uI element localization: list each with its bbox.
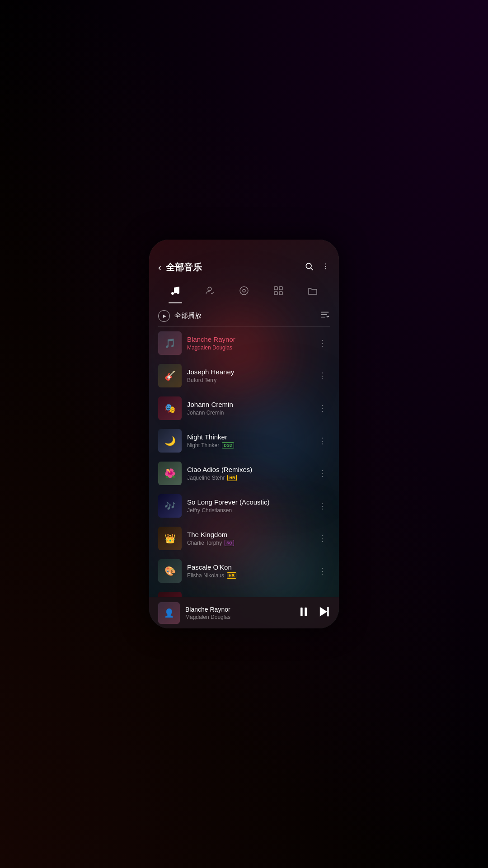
song-subtitle: Jaqueline Stehr HR bbox=[187, 475, 309, 481]
play-all-button[interactable] bbox=[158, 310, 170, 322]
svg-marker-19 bbox=[320, 607, 327, 616]
tab-bar bbox=[149, 280, 339, 302]
album-art: 👑 bbox=[158, 527, 182, 550]
song-artist: Charlie Torphy bbox=[187, 540, 222, 546]
song-title: Blanche Raynor bbox=[187, 335, 309, 343]
pause-button[interactable] bbox=[297, 605, 310, 621]
song-artist: Elisha Nikolaus bbox=[187, 572, 224, 579]
song-info: The Kingdom Charlie Torphy SQ bbox=[187, 531, 309, 546]
svg-point-3 bbox=[325, 266, 326, 267]
mini-player-controls bbox=[297, 605, 330, 621]
song-item[interactable]: 🎭 Johann Cremin Johann Cremin ⋮ bbox=[149, 392, 339, 425]
album-art: 🎵 bbox=[158, 331, 182, 355]
tab-albums[interactable] bbox=[231, 282, 257, 302]
tab-artists[interactable] bbox=[197, 282, 222, 302]
svg-rect-12 bbox=[274, 292, 277, 295]
song-item[interactable]: 🎵 Blanche Raynor Magdalen Douglas ⋮ bbox=[149, 327, 339, 359]
song-subtitle: Elisha Nikolaus HR bbox=[187, 572, 309, 579]
svg-rect-11 bbox=[279, 287, 282, 290]
header: ‹ 全部音乐 bbox=[149, 240, 339, 280]
song-info: Johann Cremin Johann Cremin bbox=[187, 401, 309, 416]
song-info: So Long Forever (Acoustic) Jeffry Christ… bbox=[187, 498, 309, 514]
song-title: Night Thinker bbox=[187, 433, 309, 441]
song-more-button[interactable]: ⋮ bbox=[314, 336, 330, 350]
quality-badge: SQ bbox=[225, 540, 234, 546]
song-artist: Jeffry Christiansen bbox=[187, 507, 232, 514]
svg-rect-10 bbox=[274, 287, 277, 290]
song-more-button[interactable]: ⋮ bbox=[314, 532, 330, 545]
sort-button[interactable] bbox=[320, 310, 330, 322]
album-art: 🎭 bbox=[158, 396, 182, 420]
song-subtitle: Jeffry Christiansen bbox=[187, 507, 309, 514]
mini-player[interactable]: 👤 Blanche Raynor Magdalen Douglas bbox=[149, 597, 339, 628]
tab-playlists[interactable] bbox=[266, 282, 291, 302]
album-art: 🌺 bbox=[158, 462, 182, 485]
song-more-button[interactable]: ⋮ bbox=[314, 369, 330, 382]
song-item[interactable]: 🎨 Pascale O'Kon Elisha Nikolaus HR ⋮ bbox=[149, 555, 339, 587]
quality-badge: DSD bbox=[222, 442, 234, 448]
song-artist: Jaqueline Stehr bbox=[187, 475, 225, 481]
song-more-button[interactable]: ⋮ bbox=[314, 499, 330, 513]
svg-point-4 bbox=[325, 268, 326, 269]
song-item[interactable]: 👑 The Kingdom Charlie Torphy SQ ⋮ bbox=[149, 522, 339, 555]
song-title: So Long Forever (Acoustic) bbox=[187, 498, 309, 506]
song-subtitle: Buford Terry bbox=[187, 377, 309, 383]
song-info: Joseph Heaney Buford Terry bbox=[187, 368, 309, 383]
mini-player-artist: Magdalen Douglas bbox=[185, 614, 292, 620]
svg-point-5 bbox=[171, 292, 174, 295]
song-more-button[interactable]: ⋮ bbox=[314, 467, 330, 480]
mini-player-title: Blanche Raynor bbox=[185, 606, 292, 613]
svg-rect-17 bbox=[300, 607, 303, 616]
song-info: Blanche Raynor Magdalen Douglas bbox=[187, 335, 309, 351]
song-info: Pascale O'Kon Elisha Nikolaus HR bbox=[187, 563, 309, 579]
svg-point-7 bbox=[208, 287, 211, 291]
play-all-label: 全部播放 bbox=[174, 311, 202, 320]
tab-folders[interactable] bbox=[300, 282, 325, 302]
svg-rect-20 bbox=[327, 607, 329, 616]
more-menu-icon[interactable] bbox=[322, 262, 330, 273]
album-art: 🎸 bbox=[158, 364, 182, 387]
tab-songs[interactable] bbox=[163, 282, 188, 302]
song-artist: Johann Cremin bbox=[187, 410, 224, 416]
svg-point-6 bbox=[177, 291, 179, 294]
svg-point-9 bbox=[243, 289, 245, 292]
mini-player-album-art: 👤 bbox=[158, 602, 180, 624]
song-artist: Buford Terry bbox=[187, 377, 216, 383]
svg-point-8 bbox=[240, 287, 248, 295]
song-info: Night Thinker Night Thinker DSD bbox=[187, 433, 309, 448]
song-item[interactable]: 🌺 Ciao Adios (Remixes) Jaqueline Stehr H… bbox=[149, 457, 339, 490]
song-artist: Night Thinker bbox=[187, 442, 219, 448]
album-art: 🎨 bbox=[158, 559, 182, 583]
song-info: Ciao Adios (Remixes) Jaqueline Stehr HR bbox=[187, 466, 309, 481]
song-list: 🎵 Blanche Raynor Magdalen Douglas ⋮ 🎸 Jo… bbox=[149, 327, 339, 597]
song-subtitle: Night Thinker DSD bbox=[187, 442, 309, 448]
quality-badge: HR bbox=[227, 475, 237, 481]
song-item[interactable]: 🎪 Ciao Adios (Remixes) Willis Osinski ⋮ bbox=[149, 587, 339, 597]
song-title: Pascale O'Kon bbox=[187, 563, 309, 571]
song-artist: Magdalen Douglas bbox=[187, 344, 232, 351]
svg-rect-18 bbox=[305, 607, 307, 616]
song-title: Ciao Adios (Remixes) bbox=[187, 466, 309, 473]
svg-line-1 bbox=[311, 268, 313, 270]
song-more-button[interactable]: ⋮ bbox=[314, 434, 330, 448]
svg-point-2 bbox=[325, 264, 326, 264]
song-item[interactable]: 🌙 Night Thinker Night Thinker DSD ⋮ bbox=[149, 425, 339, 457]
song-item[interactable]: 🎸 Joseph Heaney Buford Terry ⋮ bbox=[149, 359, 339, 392]
album-art: 🎶 bbox=[158, 494, 182, 518]
song-item[interactable]: 🎶 So Long Forever (Acoustic) Jeffry Chri… bbox=[149, 490, 339, 522]
play-all-bar: 全部播放 bbox=[149, 305, 339, 326]
search-icon[interactable] bbox=[305, 262, 314, 273]
album-art: 🎪 bbox=[158, 592, 182, 597]
song-subtitle: Johann Cremin bbox=[187, 410, 309, 416]
page-title: 全部音乐 bbox=[166, 261, 202, 274]
next-button[interactable] bbox=[317, 605, 330, 621]
mini-player-info: Blanche Raynor Magdalen Douglas bbox=[185, 606, 292, 620]
song-subtitle: Magdalen Douglas bbox=[187, 344, 309, 351]
song-more-button[interactable]: ⋮ bbox=[314, 401, 330, 415]
song-subtitle: Charlie Torphy SQ bbox=[187, 540, 309, 546]
back-button[interactable]: ‹ bbox=[158, 262, 161, 273]
song-more-button[interactable]: ⋮ bbox=[314, 564, 330, 578]
quality-badge: HR bbox=[227, 572, 236, 579]
song-title: The Kingdom bbox=[187, 531, 309, 538]
song-title: Johann Cremin bbox=[187, 401, 309, 408]
